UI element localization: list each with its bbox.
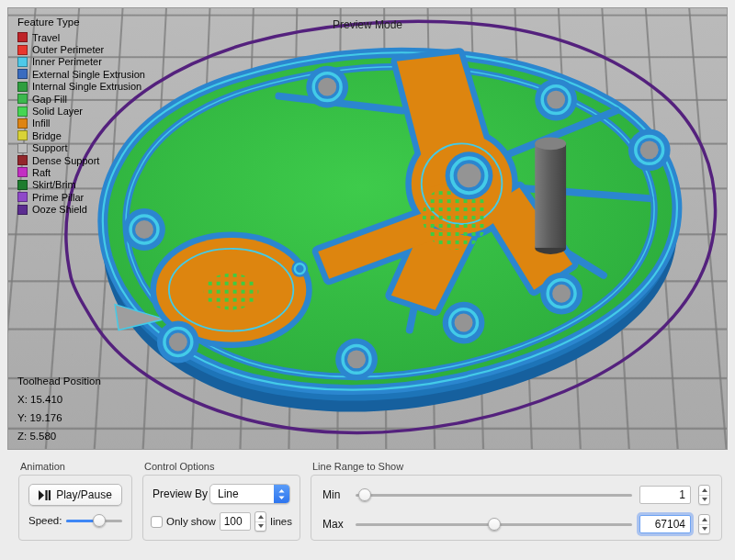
dropdown-arrows-icon xyxy=(274,485,289,503)
legend-color-swatch xyxy=(17,82,28,92)
small-hole xyxy=(291,261,308,277)
app-window: Preview Mode Feature Type TravelOuter Pe… xyxy=(0,0,735,560)
only-show-checkbox[interactable] xyxy=(151,516,163,528)
legend-item: Solid Layer xyxy=(17,105,145,117)
legend-color-swatch xyxy=(17,118,28,129)
stepper-up-icon[interactable] xyxy=(699,486,709,496)
max-value-input[interactable]: 67104 xyxy=(639,515,691,533)
legend-color-swatch xyxy=(17,45,28,55)
toolhead-position: Toolhead Position X: 15.410 Y: 19.176 Z:… xyxy=(17,375,101,442)
preview-viewport[interactable]: Preview Mode Feature Type TravelOuter Pe… xyxy=(7,7,728,450)
feature-type-legend: Feature Type TravelOuter PerimeterInner … xyxy=(17,17,145,216)
line-range-group-box: Min 1 Max xyxy=(311,475,722,541)
only-show-lines-input[interactable]: 100 xyxy=(220,512,252,531)
toolhead-y: Y: 19.176 xyxy=(17,412,101,423)
min-stepper[interactable] xyxy=(698,485,710,505)
legend-item-label: Ooze Shield xyxy=(32,204,87,215)
legend-item: External Single Extrusion xyxy=(17,68,145,80)
boss-dot-infill xyxy=(204,274,259,310)
legend-item: Inner Perimeter xyxy=(17,56,145,68)
animation-group-label: Animation xyxy=(20,461,132,472)
legend-title: Feature Type xyxy=(17,17,145,28)
preview-by-label: Preview By xyxy=(153,487,208,500)
legend-color-swatch xyxy=(17,94,28,104)
lines-label: lines xyxy=(270,516,292,527)
legend-item: Internal Single Extrusion xyxy=(17,81,145,93)
max-slider-thumb[interactable] xyxy=(488,518,501,531)
legend-item: Dense Support xyxy=(17,154,145,166)
legend-item-label: Outer Perimeter xyxy=(32,44,104,55)
legend-items: TravelOuter PerimeterInner PerimeterExte… xyxy=(17,31,145,216)
max-stepper[interactable] xyxy=(698,514,710,534)
legend-color-swatch xyxy=(17,57,28,67)
legend-item: Gap Fill xyxy=(17,93,145,105)
legend-item: Prime Pillar xyxy=(17,191,145,203)
play-pause-label: Play/Pause xyxy=(56,488,112,501)
play-pause-icon xyxy=(39,490,51,500)
toolhead-z: Z: 5.580 xyxy=(17,431,101,442)
min-slider-thumb[interactable] xyxy=(358,488,371,501)
stepper-up-icon[interactable] xyxy=(699,515,709,525)
legend-item: Support xyxy=(17,142,145,154)
legend-color-swatch xyxy=(17,32,28,42)
speed-slider[interactable] xyxy=(66,514,122,527)
control-options-group-label: Control Options xyxy=(144,461,300,472)
legend-color-swatch xyxy=(17,192,28,202)
min-label: Min xyxy=(322,488,348,501)
control-options-group: Control Options Preview By Line Only sho… xyxy=(142,461,300,541)
min-slider[interactable] xyxy=(356,488,632,501)
stepper-up-icon[interactable] xyxy=(255,512,266,522)
animation-group: Animation Play/Pause Speed: xyxy=(18,461,132,541)
legend-item-label: Support xyxy=(32,142,68,153)
legend-item-label: Internal Single Extrusion xyxy=(32,81,141,92)
min-value-input[interactable]: 1 xyxy=(639,486,691,504)
legend-item: Skirt/Brim xyxy=(17,179,145,191)
control-options-group-box: Preview By Line Only show 100 xyxy=(142,475,300,541)
legend-item: Bridge xyxy=(17,129,145,141)
play-pause-button[interactable]: Play/Pause xyxy=(28,484,122,506)
center-hole xyxy=(446,151,493,199)
legend-item-label: Bridge xyxy=(32,130,62,141)
legend-item-label: Skirt/Brim xyxy=(32,179,76,190)
animation-group-box: Play/Pause Speed: xyxy=(18,475,132,541)
legend-item-label: Gap Fill xyxy=(32,94,67,105)
only-show-label: Only show xyxy=(166,516,216,527)
legend-item-label: Travel xyxy=(32,32,60,43)
toolhead-title: Toolhead Position xyxy=(17,375,101,386)
legend-item: Ooze Shield xyxy=(17,203,145,215)
legend-item-label: Dense Support xyxy=(32,155,99,166)
legend-item: Infill xyxy=(17,118,145,129)
speed-label: Speed: xyxy=(28,515,62,526)
legend-item-label: Prime Pillar xyxy=(32,192,84,203)
legend-item: Raft xyxy=(17,166,145,178)
toolhead-x: X: 15.410 xyxy=(17,394,101,405)
legend-color-swatch xyxy=(17,205,28,215)
legend-item-label: Solid Layer xyxy=(32,106,83,117)
legend-item-label: Raft xyxy=(32,167,51,178)
legend-item-label: External Single Extrusion xyxy=(32,69,145,80)
line-range-group: Line Range to Show Min 1 Max xyxy=(311,461,722,541)
max-slider[interactable] xyxy=(356,518,632,531)
line-range-group-label: Line Range to Show xyxy=(312,461,722,472)
stepper-down-icon[interactable] xyxy=(699,525,709,534)
stepper-down-icon[interactable] xyxy=(255,522,266,532)
control-panel: Animation Play/Pause Speed: xyxy=(0,450,735,560)
max-label: Max xyxy=(322,518,348,531)
legend-color-swatch xyxy=(17,143,28,153)
speed-slider-thumb[interactable] xyxy=(93,514,106,527)
legend-item-label: Inner Perimeter xyxy=(32,56,102,67)
legend-color-swatch xyxy=(17,180,28,190)
legend-color-swatch xyxy=(17,69,28,79)
stepper-down-icon[interactable] xyxy=(699,496,709,505)
legend-color-swatch xyxy=(17,130,28,140)
min-slider-track xyxy=(356,494,632,497)
support-cylinder xyxy=(535,137,566,253)
preview-by-dropdown[interactable]: Line xyxy=(209,484,290,504)
legend-color-swatch xyxy=(17,106,28,117)
preview-by-value: Line xyxy=(210,487,274,500)
legend-item: Outer Perimeter xyxy=(17,43,145,55)
legend-item: Travel xyxy=(17,31,145,43)
only-show-stepper[interactable] xyxy=(254,511,266,532)
legend-color-swatch xyxy=(17,167,28,177)
legend-item-label: Infill xyxy=(32,118,51,129)
